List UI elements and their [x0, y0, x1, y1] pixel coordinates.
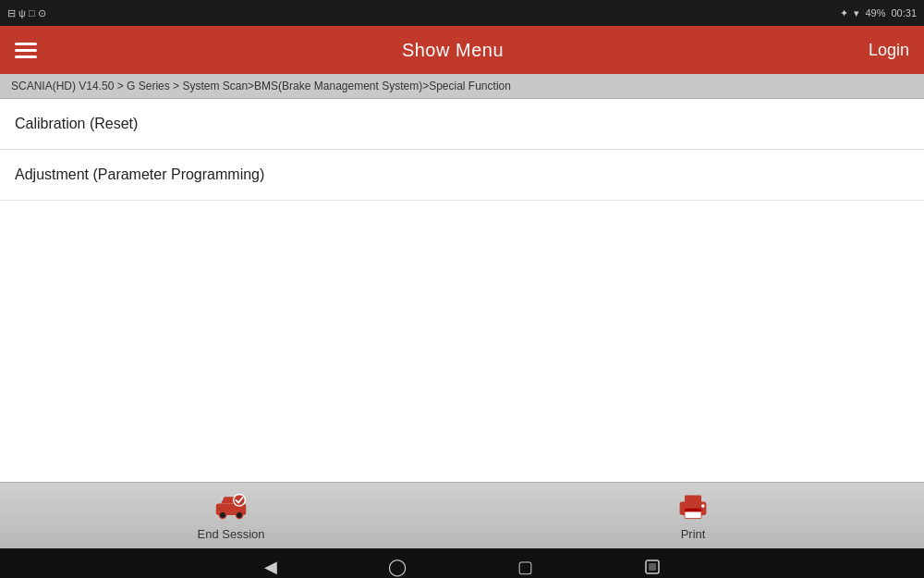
calibration-label: Calibration (Reset)	[15, 116, 138, 131]
home-button[interactable]: ◯	[388, 557, 407, 577]
svg-rect-10	[649, 563, 656, 571]
bluetooth-icon: ✦	[840, 7, 848, 19]
wifi-icon: ▾	[854, 7, 859, 19]
status-bar-right: ✦ ▾ 49% 00:31	[840, 7, 917, 19]
end-session-button[interactable]: End Session	[176, 490, 286, 541]
app-container: Show Menu Login SCANIA(HD) V14.50 > G Se…	[0, 26, 924, 548]
app-header: Show Menu Login	[0, 26, 924, 74]
status-bar: ⊟ ψ □ ⊙ ✦ ▾ 49% 00:31	[0, 0, 924, 26]
svg-rect-5	[685, 495, 701, 503]
status-bar-left: ⊟ ψ □ ⊙	[7, 7, 46, 19]
menu-item-adjustment[interactable]: Adjustment (Parameter Programming)	[0, 150, 924, 201]
print-label: Print	[681, 527, 706, 541]
bottom-toolbar: End Session Print	[0, 482, 924, 548]
android-nav-bar: ◀ ◯ ▢	[0, 548, 924, 578]
battery-level: 49%	[865, 7, 885, 18]
status-icons: ⊟ ψ □ ⊙	[7, 7, 46, 19]
printer-icon	[676, 490, 710, 523]
print-button[interactable]: Print	[638, 490, 748, 541]
back-button[interactable]: ◀	[264, 557, 277, 577]
svg-point-8	[701, 504, 705, 508]
car-checkmark-icon	[214, 490, 248, 523]
svg-rect-7	[685, 509, 701, 512]
hamburger-line-1	[15, 43, 37, 45]
svg-point-1	[219, 511, 225, 518]
hamburger-line-2	[15, 49, 37, 52]
hamburger-menu-button[interactable]	[15, 43, 37, 58]
header-title: Show Menu	[402, 40, 504, 61]
svg-point-2	[236, 511, 242, 518]
login-button[interactable]: Login	[869, 41, 909, 60]
breadcrumb: SCANIA(HD) V14.50 > G Series > System Sc…	[0, 74, 924, 99]
clock: 00:31	[891, 7, 917, 18]
breadcrumb-text: SCANIA(HD) V14.50 > G Series > System Sc…	[11, 80, 511, 92]
screenshot-button[interactable]	[644, 559, 661, 575]
end-session-label: End Session	[198, 527, 265, 541]
menu-item-calibration[interactable]: Calibration (Reset)	[0, 99, 924, 150]
adjustment-label: Adjustment (Parameter Programming)	[15, 166, 264, 182]
recents-button[interactable]: ▢	[517, 557, 533, 577]
menu-content: Calibration (Reset) Adjustment (Paramete…	[0, 99, 924, 482]
hamburger-line-3	[15, 55, 37, 58]
